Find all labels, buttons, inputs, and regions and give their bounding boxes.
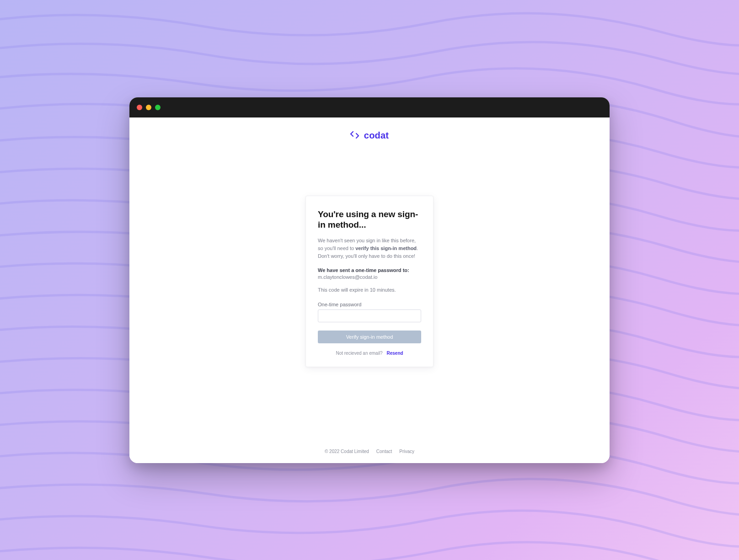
browser-window: codat You're using a new sign-in method.… <box>129 97 610 463</box>
page-body: codat You're using a new sign-in method.… <box>129 117 610 463</box>
card-title: You're using a new sign-in method... <box>318 209 421 231</box>
resend-link[interactable]: Resend <box>386 351 403 356</box>
resend-row: Not recieved an email? Resend <box>318 351 421 356</box>
codat-logomark-icon <box>350 130 360 140</box>
verify-card: You're using a new sign-in method... We … <box>305 196 434 368</box>
footer-copyright: © 2022 Codat Limited <box>325 449 369 454</box>
window-titlebar <box>129 97 610 117</box>
sent-to-label: We have sent a one-time password to: <box>318 267 421 273</box>
verify-button[interactable]: Verify sign-in method <box>318 331 421 343</box>
expire-notice: This code will expire in 10 minutes. <box>318 287 421 293</box>
desc-bold: verify this sign-in method <box>355 245 417 251</box>
window-minimize-button[interactable] <box>146 105 151 110</box>
window-maximize-button[interactable] <box>155 105 161 110</box>
otp-input[interactable] <box>318 309 421 322</box>
footer-contact-link[interactable]: Contact <box>376 449 392 454</box>
window-close-button[interactable] <box>137 105 142 110</box>
resend-prompt: Not recieved an email? <box>336 351 382 356</box>
footer-privacy-link[interactable]: Privacy <box>399 449 414 454</box>
brand-logo: codat <box>350 130 389 141</box>
otp-field-label: One-time password <box>318 302 421 307</box>
card-description: We haven't seen you sign in like this be… <box>318 237 421 260</box>
recipient-email: m.claytonclowes@codat.io <box>318 274 421 280</box>
page-footer: © 2022 Codat Limited Contact Privacy <box>325 394 414 454</box>
brand-name: codat <box>364 130 389 141</box>
